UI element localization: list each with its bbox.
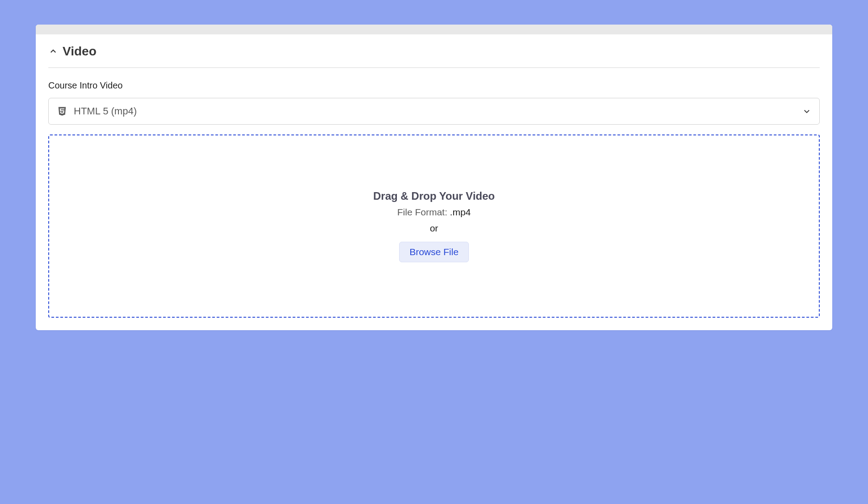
dropzone-format-ext: .mp4 bbox=[450, 207, 471, 217]
chevron-down-icon bbox=[802, 107, 811, 116]
browse-file-button[interactable]: Browse File bbox=[399, 242, 469, 262]
video-field-label: Course Intro Video bbox=[48, 80, 820, 91]
section-title: Video bbox=[63, 44, 97, 59]
chevron-up-icon bbox=[48, 46, 58, 56]
section-divider bbox=[48, 67, 820, 68]
video-dropzone[interactable]: Drag & Drop Your Video File Format: .mp4… bbox=[48, 134, 820, 318]
card-top-bar bbox=[36, 25, 832, 34]
select-value: HTML 5 (mp4) bbox=[74, 105, 796, 117]
video-source-select[interactable]: HTML 5 (mp4) bbox=[48, 98, 820, 125]
html5-icon bbox=[57, 106, 67, 117]
section-header-toggle[interactable]: Video bbox=[48, 44, 820, 67]
dropzone-format-label: File Format: bbox=[397, 207, 450, 217]
video-section-card: Video Course Intro Video HTML 5 (mp4) Dr… bbox=[36, 25, 832, 330]
card-body: Video Course Intro Video HTML 5 (mp4) Dr… bbox=[36, 34, 832, 330]
video-source-select-wrapper: HTML 5 (mp4) bbox=[48, 98, 820, 125]
dropzone-or-text: or bbox=[430, 223, 438, 234]
dropzone-format: File Format: .mp4 bbox=[397, 207, 471, 218]
dropzone-title: Drag & Drop Your Video bbox=[373, 190, 495, 202]
